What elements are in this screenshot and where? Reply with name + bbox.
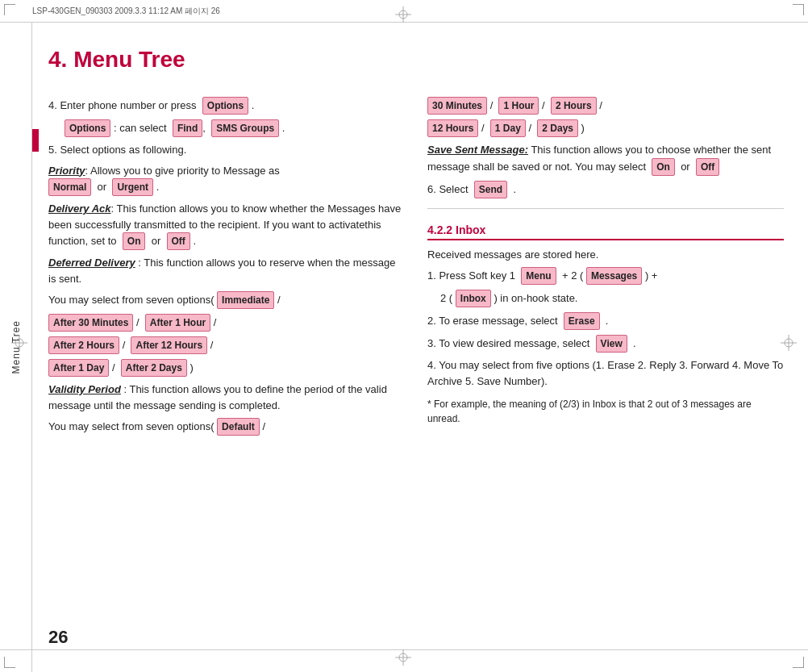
priority-label: Priority (48, 165, 85, 177)
validity-line: Validity Period : This function allows y… (48, 382, 403, 413)
options-badge-1: Options (202, 97, 248, 115)
crosshair-right (781, 335, 797, 353)
after1d-line: After 1 Day / After 2 Days ) (48, 359, 403, 377)
badge-30min: 30 Minutes (427, 97, 487, 115)
crosshair-bottom (395, 649, 411, 668)
menu-badge: Menu (521, 267, 556, 285)
send-badge: Send (474, 181, 507, 198)
delivery-label: Delivery Ack (48, 202, 111, 215)
or3: or (681, 161, 690, 173)
immediate-badge: Immediate (217, 291, 274, 309)
urgent-badge: Urgent (112, 178, 153, 196)
inbox-step3: 3. To view desired message, select View … (427, 335, 784, 353)
page-title: 4. Menu Tree (48, 47, 784, 73)
or2: or (152, 235, 161, 247)
default-badge: Default (217, 418, 260, 436)
or1: or (98, 181, 107, 193)
right-badges-line1: 30 Minutes / 1 Hour / 2 Hours / (427, 97, 784, 115)
inbox-step4: 4. You may select from five options (1. … (427, 357, 784, 389)
left-column: 4. Enter phone number or press Options .… (48, 97, 403, 440)
priority-line: Priority: Allows you to give priority to… (48, 163, 403, 197)
seven-options-text: You may select from seven options( (48, 294, 214, 306)
on-badge-1: On (123, 232, 146, 250)
plus1: + 2 ( (562, 269, 583, 282)
in-hook: ) in on-hook state. (494, 292, 577, 304)
step3-prefix: 3. To view desired message, select (427, 337, 589, 349)
deferred-label: Deferred Delivery (48, 257, 135, 269)
save-sent-line: Save Sent Message: This function allows … (427, 142, 784, 176)
after1d-badge: After 1 Day (48, 359, 109, 377)
seven-options-line2: You may select from seven options( Defau… (48, 418, 403, 436)
inbox-badge: Inbox (456, 290, 491, 307)
after2h-line: After 2 Hours / After 12 Hours / (48, 336, 403, 354)
step6-suffix: . (513, 183, 516, 195)
inbox-intro: Received messages are stored here. (427, 247, 784, 263)
after2d-badge: After 2 Days (121, 359, 187, 377)
step6-prefix: 6. Select (427, 183, 469, 195)
normal-badge: Normal (48, 178, 91, 196)
step3-suffix: . (633, 337, 636, 349)
inbox-step1b: 2 ( Inbox ) in on-hook state. (427, 290, 784, 307)
plus2: ) + (645, 269, 658, 282)
main-content: 4. Menu Tree 4. Enter phone number or pr… (32, 23, 808, 672)
options-badge-2: Options (65, 119, 110, 137)
right-column: 30 Minutes / 1 Hour / 2 Hours / 12 Hours… (427, 97, 784, 440)
page-container: LSP-430GEN_090303 2009.3.3 11:12 AM 페이지 … (0, 0, 808, 672)
step2-suffix: . (606, 315, 609, 327)
seven-options-text2: You may select from seven options( (48, 420, 214, 432)
section-divider (427, 208, 784, 209)
step4-text: 4. Enter phone number or press (48, 99, 197, 111)
section-422-heading: 4.2.2 Inbox (427, 223, 784, 240)
save-sent-label: Save Sent Message: (427, 144, 528, 156)
badge-2days: 2 Days (537, 119, 578, 137)
num2: 2 ( (440, 292, 452, 304)
badge-1day: 1 Day (490, 119, 526, 137)
after30-line: After 30 Minutes / After 1 Hour / (48, 314, 403, 332)
step4-line: 4. Enter phone number or press Options . (48, 97, 403, 115)
priority-text: : Allows you to give priority to Message… (85, 165, 280, 177)
deferred-line: Deferred Delivery : This function allows… (48, 255, 403, 286)
page-number: 26 (48, 627, 68, 648)
messages-badge: Messages (586, 267, 642, 285)
bottom-bar (0, 649, 808, 672)
validity-label: Validity Period (48, 383, 121, 395)
inbox-step2: 2. To erase message, select Erase . (427, 312, 784, 330)
after1h-badge: After 1 Hour (145, 314, 210, 332)
two-col-layout: 4. Enter phone number or press Options .… (48, 97, 784, 440)
step6-line: 6. Select Send . (427, 181, 784, 198)
badge-12hours: 12 Hours (427, 119, 478, 137)
options-note-line: Options : can select Find, SMS Groups . (48, 119, 403, 137)
inbox-step1: 1. Press Soft key 1 Menu + 2 ( Messages … (427, 267, 784, 285)
sms-groups-badge: SMS Groups (211, 119, 279, 137)
seven-options-line: You may select from seven options( Immed… (48, 291, 403, 309)
badge-2hours: 2 Hours (551, 97, 597, 115)
step1-prefix: 1. Press Soft key 1 (427, 269, 515, 282)
badge-1hour: 1 Hour (498, 97, 539, 115)
header-text: LSP-430GEN_090303 2009.3.3 11:12 AM 페이지 … (32, 6, 220, 17)
delivery-ack-line: Delivery Ack: This function allows you t… (48, 201, 403, 250)
view-badge: View (596, 335, 627, 353)
after12h-badge: After 12 Hours (131, 336, 207, 354)
off-badge-2: Off (696, 158, 719, 176)
right-badges-line2: 12 Hours / 1 Day / 2 Days ) (427, 119, 784, 137)
off-badge-1: Off (167, 232, 190, 250)
after30-badge: After 30 Minutes (48, 314, 133, 332)
step5-line: 5. Select options as following. (48, 142, 403, 158)
step2-prefix: 2. To erase message, select (427, 315, 558, 327)
after2h-badge: After 2 Hours (48, 336, 119, 354)
footnote: * For example, the meaning of (2/3) in I… (427, 397, 784, 426)
top-bar: LSP-430GEN_090303 2009.3.3 11:12 AM 페이지 … (0, 0, 808, 23)
crosshair-left (11, 335, 27, 353)
on-badge-2: On (652, 158, 675, 176)
erase-badge: Erase (564, 312, 600, 330)
find-badge: Find (173, 119, 202, 137)
options-note: : can select (114, 122, 167, 134)
